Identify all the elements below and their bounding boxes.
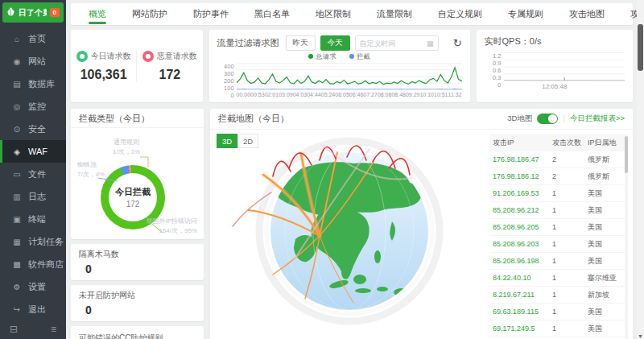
sidebar-item-settings[interactable]: ⚙设置 (0, 275, 66, 298)
block-map-body: 3D 2D (210, 130, 633, 339)
today-requests-value: 106,361 (71, 68, 136, 82)
traffic-x-axis: 00:0000:5302:0103:0904:0304:4405:2406:05… (237, 92, 462, 97)
attack-table-row: 85.208.96.203 1 美国 (489, 236, 628, 253)
block-type-card: 拦截类型（今日） 今日拦截 172 通用规则 1/次，1% 蜘蛛池 7/次，4% (71, 109, 204, 239)
ip-region: 俄罗斯 (584, 168, 628, 185)
today-button[interactable]: 今天 (320, 35, 350, 51)
attack-count: 1 (549, 287, 584, 304)
attack-ip[interactable]: 85.208.96.203 (489, 236, 549, 253)
collapse-sidebar-icon[interactable]: ⊟ (10, 324, 18, 335)
ip-region: 美国 (584, 320, 628, 337)
sidebar-item-home[interactable]: ⌂首页 (0, 27, 66, 50)
attack-ip[interactable]: 85.208.96.212 (489, 202, 549, 219)
legend-总请求[interactable]: 总请求 (308, 52, 336, 62)
table-scrollbar[interactable] (625, 134, 628, 339)
sidebar-item-appstore[interactable]: ▩软件商店 (0, 253, 66, 275)
database-icon: ▤ (12, 80, 22, 89)
attack-table-row: 8.219.67.211 1 新加坡 (489, 287, 628, 304)
sidebar-item-logs[interactable]: ▥日志 (0, 185, 66, 208)
donut-label-spider: 蜘蛛池 7/次，4% (77, 160, 105, 180)
attack-ip-table: 攻击IP 攻击次数 IP归属地 176.98.186.47 2 俄罗斯176.9… (489, 134, 628, 339)
sidebar-item-files[interactable]: ▭文件 (0, 163, 66, 185)
realtime-qps-card: 实时QPS：0/s 1.20.90.60.30 12:05:48 (477, 30, 633, 102)
map-3d-button[interactable]: 3D (217, 134, 237, 148)
tab-blackwhite-list[interactable]: 黑白名单 (242, 3, 303, 25)
sidebar-item-security[interactable]: ⊙安全 (0, 118, 66, 140)
block-type-donut-area: 今日拦截 172 通用规则 1/次，1% 蜘蛛池 7/次，4% 禁国外IP持续访… (71, 128, 204, 238)
files-icon: ▭ (12, 170, 22, 179)
tab-custom-rules[interactable]: 自定义规则 (425, 3, 495, 25)
attack-ip[interactable]: 176.98.186.12 (489, 168, 549, 185)
tab-exclusive-rules[interactable]: 专属规则 (495, 3, 556, 25)
attack-count: 2 (549, 168, 584, 185)
attack-count: 1 (549, 304, 584, 320)
map-2d-button[interactable]: 2D (237, 134, 258, 148)
sidebar-item-logout[interactable]: ↪退出 (0, 298, 66, 320)
tab-site-protect[interactable]: 网站防护 (119, 3, 180, 25)
today-block-report-link[interactable]: 今日拦截报表>> (570, 114, 625, 124)
yesterday-button[interactable]: 昨天 (286, 35, 316, 51)
attack-count: 2 (549, 151, 584, 168)
header-divider: | (563, 114, 565, 123)
attack-ip[interactable]: 176.98.186.47 (489, 151, 549, 168)
attack-count: 1 (549, 219, 584, 236)
sidebar-item-waf[interactable]: ◈WAF (0, 140, 66, 163)
attack-ip[interactable]: 69.63.189.115 (489, 304, 549, 320)
gear-icon: ⚙ (12, 283, 22, 291)
attack-count: 1 (549, 185, 584, 202)
sidebar-item-cron[interactable]: ▦计划任务 (0, 230, 66, 253)
sidebar-item-terminal[interactable]: ▣终端 (0, 208, 66, 230)
main-content: 概览网站防护防护事件黑白名单地区限制流量限制自定义规则专属规则攻击地图攻击报表全… (66, 0, 644, 339)
scroll-down-arrow-icon[interactable]: ▼ (637, 333, 644, 339)
page-scrollbar-thumb[interactable] (638, 24, 643, 71)
unprotected-sites-value: 0 (85, 304, 196, 316)
tab-events[interactable]: 防护事件 (180, 3, 242, 25)
attack-table-row: 85.208.96.212 1 美国 (489, 202, 628, 219)
refresh-icon[interactable]: ↻ (453, 38, 462, 48)
attack-count: 1 (549, 320, 584, 337)
attack-ip[interactable]: 85.208.96.198 (489, 253, 549, 270)
today-requests-label: 今日请求数 (91, 51, 131, 62)
app-logo[interactable]: 日了个菜 0 (2, 2, 64, 23)
attack-ip[interactable]: 84.22.40.10 (489, 270, 549, 287)
ip-region: 塞尔维亚 (584, 270, 628, 287)
tab-attack-map[interactable]: 攻击地图 (556, 3, 617, 25)
menu-list-icon[interactable]: ≡ (51, 324, 56, 335)
sidebar-item-database[interactable]: ▤数据库 (0, 72, 66, 95)
ip-region: 美国 (584, 236, 628, 253)
page-scrollbar[interactable]: ▼ (637, 0, 644, 339)
attack-ip[interactable]: 85.208.96.205 (489, 219, 549, 236)
tab-overview[interactable]: 概览 (76, 3, 119, 25)
attack-table-row: 176.98.186.12 2 俄罗斯 (489, 168, 628, 185)
map-3d-toggle[interactable] (537, 114, 558, 124)
traffic-filter-chart-card: 流量过滤请求图 昨天 今天 ▦ ↻ 总请求拦截 4003002001000 00… (209, 30, 470, 102)
sidebar-item-monitor[interactable]: ◎监控 (0, 95, 66, 118)
attack-table-row: 85.208.96.205 1 美国 (489, 219, 628, 236)
donut-label-generic-rule: 通用规则 1/次，1% (113, 138, 140, 157)
logs-icon: ▥ (12, 192, 22, 201)
qps-y-axis: 1.20.90.60.30 (485, 52, 504, 81)
attack-table-row: 84.22.40.10 1 塞尔维亚 (489, 270, 628, 287)
legend-拦截[interactable]: 拦截 (349, 52, 370, 62)
attack-ip[interactable]: 69.171.249.5 (489, 320, 549, 337)
attack-count: 1 (549, 270, 584, 287)
attack-globe-3d[interactable] (225, 130, 490, 336)
ip-region: 美国 (584, 202, 628, 219)
traffic-chart-title: 流量过滤请求图 (217, 37, 279, 49)
logout-icon: ↪ (12, 305, 22, 314)
isolated-trojan-value: 0 (85, 263, 196, 275)
tab-rate-limit[interactable]: 流量限制 (364, 3, 425, 25)
isolated-trojan-card: 隔离木马数 0 (71, 244, 204, 280)
malicious-requests-value: 172 (137, 68, 202, 82)
donut-label-foreign-ip: 禁国外IP持续访问 164/次，95% (146, 217, 197, 236)
message-count-badge[interactable]: 0 (50, 8, 60, 17)
custom-time-input[interactable] (360, 39, 424, 48)
app-title: 日了个菜 (19, 7, 47, 19)
attack-ip[interactable]: 91.206.169.53 (489, 185, 549, 202)
tab-region-limit[interactable]: 地区限制 (303, 3, 364, 25)
security-icon: ⊙ (12, 125, 22, 134)
attack-ip[interactable]: 8.219.67.211 (489, 287, 549, 304)
col-ip-region: IP归属地 (584, 134, 628, 151)
block-map-title: 拦截地图（今日） (218, 113, 502, 125)
sidebar-item-website[interactable]: ◉网站 (0, 50, 66, 72)
